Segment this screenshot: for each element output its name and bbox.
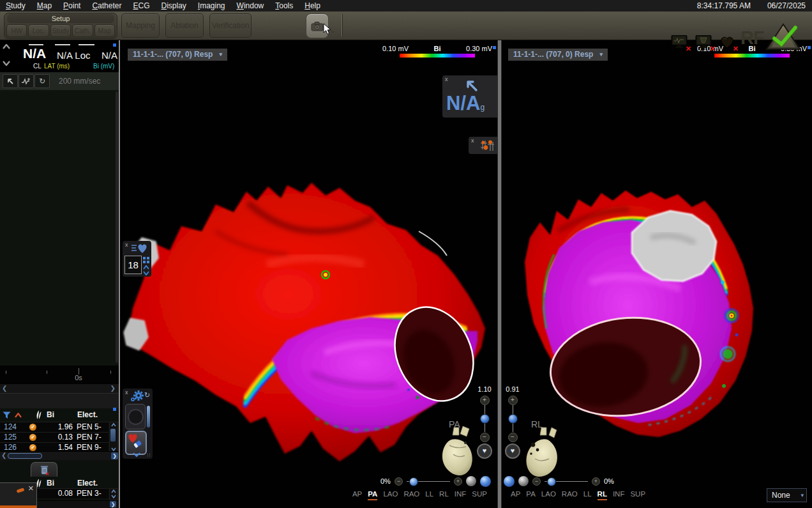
menu-point[interactable]: Point <box>57 0 86 12</box>
settings-gears-icon[interactable] <box>130 390 144 403</box>
tag-filter-dropdown[interactable]: None ▾ <box>767 488 807 502</box>
view-rl-button[interactable]: RL <box>439 490 449 499</box>
reset-icon[interactable]: ↻ <box>144 391 150 399</box>
menu-ecg[interactable]: ECG <box>127 0 155 12</box>
render-mode-sphere-button[interactable] <box>518 476 529 486</box>
close-icon[interactable]: x <box>125 242 128 248</box>
decrease-button[interactable]: − <box>532 477 541 486</box>
add-signal-button[interactable] <box>19 74 34 88</box>
menu-map[interactable]: Map <box>31 0 57 12</box>
scroll-right-button[interactable]: ❯ <box>111 452 118 459</box>
view-lao-button[interactable]: LAO <box>383 490 398 499</box>
chevron-up-icon[interactable] <box>143 265 149 270</box>
view-rao-button[interactable]: RAO <box>403 490 419 499</box>
view-lao-button[interactable]: LAO <box>541 490 556 499</box>
bi-column-header[interactable]: Bi <box>47 479 54 488</box>
waveform-scrollbar[interactable] <box>116 91 118 363</box>
view-sup-button[interactable]: SUP <box>630 490 645 499</box>
slider-thumb[interactable] <box>547 477 556 486</box>
beat-counter-overlay[interactable]: x 18 <box>123 241 151 277</box>
setup-hw-button[interactable]: HW <box>6 24 27 37</box>
zoom-out-button[interactable]: − <box>480 433 490 442</box>
close-icon[interactable]: x <box>445 77 448 82</box>
viewport-divider[interactable] <box>497 40 502 508</box>
zoom-thumb[interactable] <box>480 414 490 424</box>
spin-down-icon[interactable] <box>111 495 116 498</box>
transparency-slider[interactable] <box>407 481 450 482</box>
view-rl-button[interactable]: RL <box>598 490 607 500</box>
view-ap-button[interactable]: AP <box>511 490 520 499</box>
brush-size-slider[interactable] <box>147 406 150 427</box>
setup-cath-button[interactable]: Cath. <box>72 24 93 37</box>
rotate-sphere-button[interactable] <box>480 476 491 487</box>
reset-view-heart-button[interactable]: ♥ <box>477 443 492 459</box>
timeline-scrollbar[interactable]: ❮ ❯ <box>0 383 119 394</box>
delete-point-button[interactable]: ✕ <box>31 462 57 477</box>
scroll-right-icon[interactable]: ❯ <box>110 385 116 392</box>
menu-display[interactable]: Display <box>155 0 192 12</box>
close-icon[interactable]: x <box>471 138 474 144</box>
menu-window[interactable]: Window <box>231 0 270 12</box>
view-sup-button[interactable]: SUP <box>472 490 487 499</box>
view-inf-button[interactable]: INF <box>455 490 467 499</box>
close-icon[interactable]: ✕ <box>28 485 34 492</box>
color-scale-gradient-bar[interactable] <box>400 54 475 58</box>
view-pa-button[interactable]: PA <box>368 490 377 500</box>
spin-up-icon[interactable] <box>111 489 116 493</box>
view-inf-button[interactable]: INF <box>613 490 625 499</box>
beat-count-value[interactable]: 18 <box>124 256 142 274</box>
menu-study[interactable]: Study <box>0 0 31 12</box>
scroll-up-icon[interactable] <box>111 423 116 427</box>
view-rao-button[interactable]: RAO <box>562 490 578 499</box>
heart-orientation-model[interactable] <box>522 426 560 481</box>
elect-column-header[interactable]: Elect. <box>77 479 98 488</box>
slider-thumb[interactable] <box>409 477 418 486</box>
reset-view-heart-button[interactable]: ♥ <box>505 443 520 459</box>
distance-gauge-overlay[interactable]: x N/Ag <box>442 75 497 118</box>
color-scale-gradient-bar[interactable] <box>714 54 790 58</box>
menu-catheter[interactable]: Catheter <box>86 0 127 12</box>
zoom-in-button[interactable]: + <box>508 396 518 405</box>
elect-column-header[interactable]: Elect. <box>77 410 98 419</box>
heart-orientation-model[interactable] <box>439 426 476 479</box>
points-display-overlay[interactable]: x <box>469 137 497 154</box>
setup-map-button[interactable]: Map <box>94 24 115 37</box>
zoom-thumb[interactable] <box>508 414 518 424</box>
increase-button[interactable]: + <box>592 477 600 486</box>
waveform-area[interactable] <box>0 90 119 366</box>
zoom-out-button[interactable]: − <box>508 433 518 442</box>
chevron-up-icon[interactable] <box>3 44 10 49</box>
resize-grip[interactable] <box>147 453 151 458</box>
sort-icon[interactable] <box>15 413 22 418</box>
ablation-button[interactable]: Ablation <box>165 13 204 38</box>
chevron-down-icon[interactable] <box>143 271 149 275</box>
point-table-row[interactable]: 124✓1.96PEN 5- <box>0 422 109 432</box>
map-selector[interactable]: 11-1-1-... (707, 0) Resp ▾ <box>508 49 608 61</box>
close-icon[interactable]: x <box>125 390 128 396</box>
menu-tools[interactable]: Tools <box>269 0 299 12</box>
view-ll-button[interactable]: LL <box>425 490 433 499</box>
chevron-down-icon[interactable] <box>133 452 140 457</box>
rotate-sphere-button[interactable] <box>504 476 515 487</box>
refresh-button[interactable]: ↻ <box>34 74 50 88</box>
menu-imaging[interactable]: Imaging <box>192 0 231 12</box>
verification-button[interactable]: Verification <box>209 13 252 38</box>
menu-help[interactable]: Help <box>299 0 326 12</box>
zoom-in-button[interactable]: + <box>480 396 490 405</box>
mapping-button[interactable]: Mapping <box>121 13 160 38</box>
setup-study-button[interactable]: Study <box>50 24 71 37</box>
points-table-vscrollbar[interactable] <box>109 422 118 452</box>
scroll-right-button[interactable]: ❯ <box>110 501 116 507</box>
bi-column-header[interactable]: Bi <box>47 410 54 419</box>
transparency-slider[interactable] <box>545 481 588 482</box>
pointer-tool-button[interactable] <box>3 74 18 88</box>
view-pa-button[interactable]: PA <box>526 490 536 499</box>
decrease-button[interactable]: − <box>395 477 403 486</box>
view-ap-button[interactable]: AP <box>352 490 362 499</box>
filter-icon[interactable] <box>3 412 11 419</box>
view-ll-button[interactable]: LL <box>583 490 592 499</box>
points-table-hscrollbar[interactable]: ❮ ❯ <box>0 451 119 460</box>
point-table-row[interactable]: 125✓0.13PEN 7- <box>0 432 109 442</box>
render-mode-sphere-button[interactable] <box>466 476 476 486</box>
brush-size-button[interactable] <box>125 404 146 429</box>
